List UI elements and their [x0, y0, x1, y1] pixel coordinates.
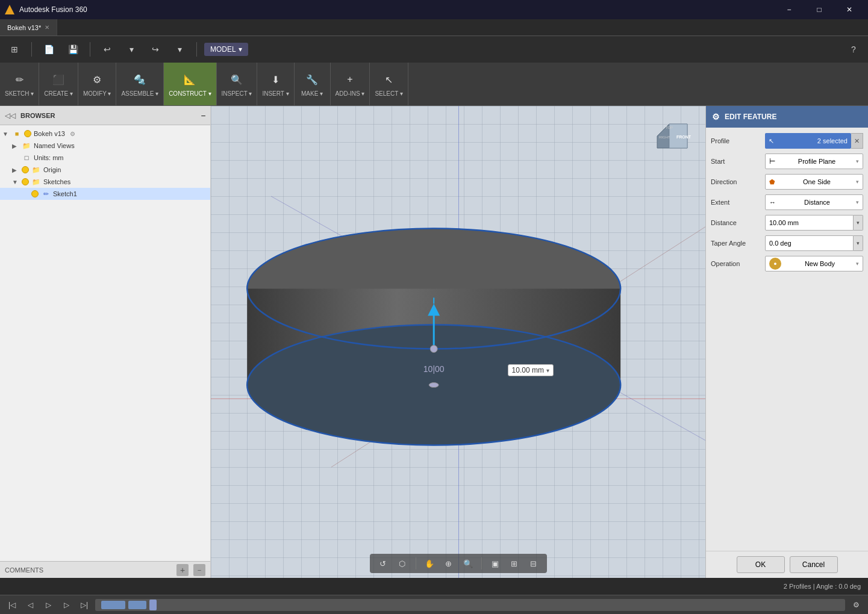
ribbon-select[interactable]: ↖ SELECT ▾	[370, 63, 408, 105]
direction-dropdown[interactable]: ⬟ One Side ▾	[765, 174, 863, 190]
tree-expand-icon[interactable]: ▶	[12, 143, 19, 149]
tree-item-sketches[interactable]: ▼ 📁 Sketches	[0, 176, 210, 188]
visibility-icon[interactable]	[31, 190, 39, 197]
ribbon-assemble[interactable]: 🔩 ASSEMBLE ▾	[116, 63, 164, 105]
pan-button[interactable]: ✋	[421, 556, 438, 571]
visibility-icon[interactable]	[24, 130, 31, 137]
profile-clear-button[interactable]: ✕	[851, 133, 863, 149]
tab-bokeh[interactable]: Bokeh v13* ✕	[0, 19, 57, 36]
dropdown-arrow-icon: ▾	[856, 158, 859, 164]
apps-grid-icon[interactable]: ⊞	[5, 40, 24, 59]
display-mode-button[interactable]: ▣	[487, 556, 504, 571]
start-dropdown[interactable]: ⊢ Profile Plane ▾	[765, 154, 863, 169]
tree-item-units[interactable]: ▶ □ Units: mm	[0, 152, 210, 164]
dropdown-arrow-icon: ▾	[856, 261, 859, 267]
tab-close-icon[interactable]: ✕	[45, 24, 49, 31]
svg-text:RIGHT: RIGHT	[659, 135, 670, 139]
browser-title: BROWSER	[20, 112, 196, 119]
tl-item-2[interactable]	[128, 601, 146, 609]
taper-input[interactable]: 0.0 deg	[765, 235, 854, 251]
tl-back-start[interactable]: |◁	[5, 598, 19, 612]
sketch-item-icon: ✏	[41, 189, 51, 199]
tree-settings-icon[interactable]: ⚙	[70, 131, 75, 137]
undo-icon[interactable]: ↩	[98, 40, 117, 59]
profile-select-button[interactable]: ↖ 2 selected	[765, 133, 851, 149]
undo-dropdown-icon[interactable]: ▾	[122, 40, 141, 59]
separator	[416, 557, 416, 569]
distance-arrow-button[interactable]: ▾	[854, 215, 863, 231]
ribbon-insert[interactable]: ⬇ INSERT ▾	[257, 63, 294, 105]
browser-collapse-icon[interactable]: –	[201, 111, 205, 120]
distance-value: 10.00 mm	[769, 219, 799, 226]
ef-row-taper: Taper Angle 0.0 deg ▾	[711, 235, 863, 252]
viewport[interactable]: 10|00 10.00 mm ▾ FRONT RIGHT TOP	[211, 106, 705, 578]
title-bar-left: Autodesk Fusion 360	[5, 5, 87, 14]
comments-collapse-button[interactable]: –	[193, 564, 205, 576]
redo-dropdown-icon[interactable]: ▾	[170, 40, 189, 59]
svg-text:TOP: TOP	[666, 126, 673, 129]
add-comment-button[interactable]: +	[176, 564, 189, 576]
ribbon-addins[interactable]: + ADD-INS ▾	[331, 63, 370, 105]
timeline-track[interactable]	[95, 599, 845, 611]
dimension-dropdown-icon[interactable]: ▾	[546, 367, 549, 374]
redo-icon[interactable]: ↪	[146, 40, 165, 59]
ribbon-sketch[interactable]: ✏ SKETCH ▾	[0, 63, 39, 105]
ef-control-profile: ↖ 2 selected ✕	[765, 133, 863, 149]
visibility-icon[interactable]	[22, 166, 29, 173]
dropdown-arrow-icon: ▾	[856, 199, 859, 205]
help-icon[interactable]: ?	[844, 40, 863, 59]
tree-item-origin[interactable]: ▶ 📁 Origin	[0, 164, 210, 176]
edit-feature-title: EDIT FEATURE	[725, 113, 776, 121]
zoom-fit-button[interactable]: ⊕	[440, 556, 457, 571]
tl-back[interactable]: ◁	[23, 598, 37, 612]
ef-row-distance: Distance 10.00 mm ▾	[711, 214, 863, 231]
select-label: SELECT ▾	[375, 90, 403, 97]
status-right: 2 Profiles | Angle : 0.0 deg	[784, 583, 861, 590]
ok-button[interactable]: OK	[737, 556, 785, 573]
new-file-icon[interactable]: 📄	[39, 40, 58, 59]
tree-item-named-views[interactable]: ▶ 📁 Named Views	[0, 140, 210, 152]
grid-button[interactable]: ⊞	[506, 556, 523, 571]
tree-expand-icon[interactable]: ▼	[2, 131, 10, 137]
tl-settings-icon[interactable]: ⚙	[849, 598, 863, 612]
distance-input[interactable]: 10.00 mm	[765, 215, 854, 231]
browser-nav-back[interactable]: ◁◁	[5, 111, 16, 120]
ribbon-modify[interactable]: ⚙ MODIFY ▾	[78, 63, 116, 105]
create-icon: ⬛	[50, 71, 67, 88]
cancel-button[interactable]: Cancel	[790, 556, 838, 573]
operation-icon: ●	[769, 258, 781, 270]
ribbon-make[interactable]: 🔧 MAKE ▾	[295, 63, 331, 105]
tl-forward[interactable]: ▷	[59, 598, 73, 612]
mode-button[interactable]: MODEL ▾	[204, 43, 248, 56]
tl-playhead[interactable]	[149, 600, 157, 610]
orbit-button[interactable]: ↺	[375, 556, 392, 571]
panels-button[interactable]: ⊟	[525, 556, 542, 571]
operation-dropdown[interactable]: ● New Body ▾	[765, 256, 863, 271]
dimension-label[interactable]: 10.00 mm ▾	[508, 364, 554, 376]
ef-control-start: ⊢ Profile Plane ▾	[765, 154, 863, 169]
minimize-button[interactable]: −	[775, 0, 803, 19]
visibility-icon[interactable]	[22, 178, 29, 185]
tree-file-icon: ■	[12, 129, 22, 138]
ribbon-create[interactable]: ⬛ CREATE ▾	[39, 63, 78, 105]
viewcube[interactable]: FRONT RIGHT TOP	[645, 112, 693, 160]
make-label: MAKE ▾	[301, 90, 323, 97]
tree-item-bokeh[interactable]: ▼ ■ Bokeh v13 ⚙	[0, 128, 210, 140]
tree-item-sketch1[interactable]: ▶ ✏ Sketch1	[0, 188, 210, 200]
ribbon-inspect[interactable]: 🔍 INSPECT ▾	[217, 63, 258, 105]
ribbon-construct[interactable]: 📐 CONSTRUCT ▾	[164, 63, 216, 105]
tl-play[interactable]: ▷	[41, 598, 55, 612]
save-icon[interactable]: 💾	[63, 40, 83, 59]
tl-forward-end[interactable]: ▷|	[77, 598, 92, 612]
snap-button[interactable]: ⬡	[394, 556, 411, 571]
close-button[interactable]: ✕	[835, 0, 863, 19]
zoom-button[interactable]: 🔍	[460, 556, 476, 571]
tree-expand-icon[interactable]: ▶	[12, 167, 19, 173]
tree-expand-icon[interactable]: ▼	[12, 179, 19, 185]
operation-value: New Body	[805, 260, 835, 267]
separator2	[481, 557, 482, 569]
taper-arrow-button[interactable]: ▾	[854, 235, 863, 251]
tl-item-1[interactable]	[101, 601, 125, 609]
maximize-button[interactable]: □	[805, 0, 833, 19]
extent-dropdown[interactable]: ↔ Distance ▾	[765, 194, 863, 210]
